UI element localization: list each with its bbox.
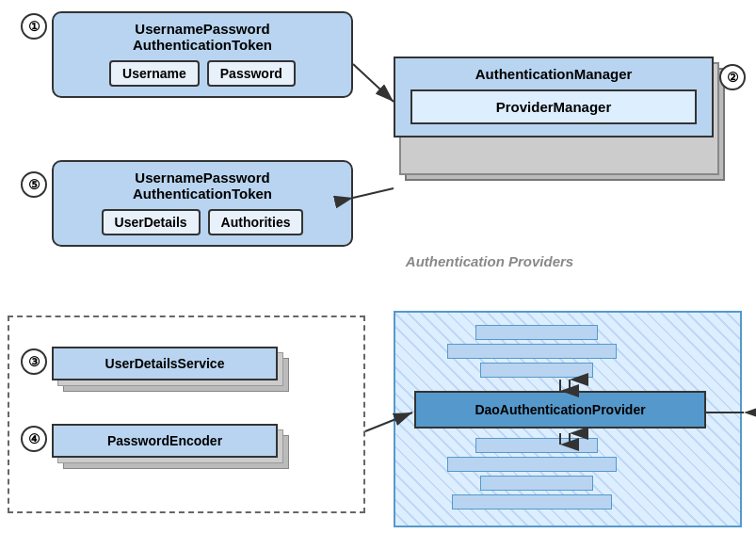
dao-rect-4	[475, 438, 598, 453]
upat1-fields: Username Password	[63, 60, 342, 87]
diagram: ① UsernamePasswordAuthenticationToken Us…	[0, 0, 756, 550]
auth-manager-title: AuthenticationManager	[403, 66, 704, 82]
auth-manager-outer: AuthenticationManager ProviderManager	[394, 57, 714, 138]
number-4: ④	[21, 426, 47, 452]
dao-provider-box: DaoAuthenticationProvider	[414, 391, 706, 429]
upat1-username: Username	[109, 60, 200, 87]
uds-box: UserDetailsService	[52, 347, 278, 380]
arrow-1-to-manager	[353, 64, 394, 102]
upat5-authorities: Authorities	[208, 209, 304, 235]
dao-rect-6	[480, 476, 593, 491]
upat5-title: UsernamePasswordAuthenticationToken	[63, 170, 342, 202]
upat5-userdetails: UserDetails	[102, 209, 201, 235]
arrow-manager-to-5	[353, 188, 394, 198]
upat5-fields: UserDetails Authorities	[63, 209, 342, 235]
number-5: ⑤	[21, 171, 47, 198]
dao-rect-1	[475, 325, 598, 340]
dao-rect-2	[447, 344, 617, 359]
dao-rect-3	[480, 363, 593, 378]
dao-rect-7	[452, 494, 612, 510]
number-3: ③	[21, 348, 47, 375]
dao-rect-5	[447, 457, 617, 472]
dashed-container	[8, 315, 365, 513]
upat1-box: UsernamePasswordAuthenticationToken User…	[52, 11, 353, 98]
upat1-title: UsernamePasswordAuthenticationToken	[63, 21, 342, 53]
number-2: ②	[719, 64, 746, 90]
auth-providers-label: Authentication Providers	[405, 252, 574, 271]
upat5-box: UsernamePasswordAuthenticationToken User…	[52, 160, 353, 247]
number-1: ①	[21, 13, 47, 40]
upat1-password: Password	[207, 60, 296, 87]
provider-manager-box: ProviderManager	[410, 89, 697, 124]
pe-box: PasswordEncoder	[52, 424, 278, 458]
